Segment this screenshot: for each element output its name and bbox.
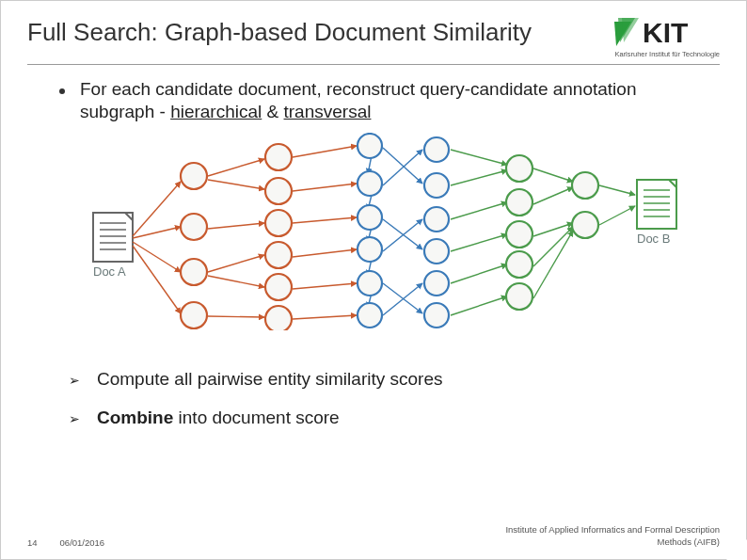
svg-line-28 [293,315,357,319]
footer-institute: Institute of Applied Informatics and For… [505,524,720,548]
content-area: For each candidate document, reconstruct… [27,78,720,429]
svg-line-42 [451,202,507,219]
svg-line-17 [208,159,264,176]
graph-diagram: Doc A Doc B [84,133,686,330]
kit-subtitle: Karlsruher Institut für Technologie [614,50,720,58]
svg-line-45 [451,296,507,315]
sub-bullet-1-text: Compute all pairwise entity similarity s… [97,368,710,391]
edges-green [451,150,635,315]
svg-point-53 [181,163,207,189]
svg-line-16 [133,246,181,313]
svg-point-78 [506,251,532,278]
arrow-bullet-icon: ➢ [69,411,80,428]
svg-line-27 [293,283,357,289]
svg-rect-1 [93,213,133,262]
footer-date: 06/01/2016 [60,537,105,548]
svg-point-65 [358,205,382,230]
svg-point-58 [265,178,292,204]
doc-b-label: Doc B [637,232,670,246]
svg-line-19 [208,223,264,229]
doc-a-label: Doc A [93,264,126,279]
svg-point-60 [265,242,292,268]
svg-point-74 [424,303,449,328]
sub-bullet-list: ➢ Compute all pairwise entity similarity… [59,368,710,430]
svg-line-48 [533,223,573,236]
svg-line-26 [293,249,357,257]
footer: 14 06/01/2016 Institute of Applied Infor… [27,524,720,548]
svg-point-79 [506,283,532,310]
page-number: 14 [27,537,38,548]
svg-line-25 [293,217,357,223]
svg-line-46 [533,168,573,182]
svg-point-77 [506,221,532,248]
svg-point-81 [572,212,598,238]
institute-line-1: Institute of Applied Informatics and For… [505,524,720,535]
svg-point-63 [358,134,382,158]
svg-line-49 [533,227,573,266]
svg-point-80 [572,172,598,199]
svg-line-51 [599,185,635,195]
svg-line-44 [451,264,507,283]
arrow-bullet-icon: ➢ [69,373,80,390]
doc-b-icon [637,180,676,229]
bullet-dot-icon [59,88,65,94]
svg-line-40 [451,150,507,165]
sub-bullet-2-rest: into document score [173,408,339,427]
edges-orange [133,146,357,319]
svg-point-54 [181,214,207,240]
main-bullet-text: For each candidate document, reconstruct… [80,78,710,123]
header-row: Full Search: Graph-based Document Simila… [27,18,720,58]
bullet-amp: & [262,102,283,121]
svg-point-62 [265,306,292,330]
nodes [181,134,598,330]
slide-frame: Full Search: Graph-based Document Simila… [0,0,747,560]
svg-line-34 [383,148,422,184]
sub-bullet-2: ➢ Combine into document score [69,407,710,429]
sub-bullet-1: ➢ Compute all pairwise entity similarity… [69,368,710,391]
bullet-underline-2: transversal [284,102,372,121]
divider [27,64,720,65]
sub-bullet-2-bold: Combine [97,408,173,427]
svg-point-71 [424,207,449,232]
corner-cut [726,539,747,560]
main-bullet: For each candidate document, reconstruct… [59,78,710,123]
svg-line-24 [293,184,357,191]
svg-line-21 [208,276,264,287]
svg-line-20 [208,255,264,272]
svg-point-70 [424,173,449,198]
svg-line-43 [451,234,507,251]
svg-line-35 [383,150,422,185]
svg-point-61 [265,274,292,300]
slide-title: Full Search: Graph-based Document Simila… [27,18,532,47]
svg-text:KIT: KIT [643,18,688,48]
svg-line-41 [451,170,507,185]
sub-bullet-2-text: Combine into document score [97,407,710,429]
kit-logo: KIT Karlsruher Institut für Technologie [614,18,720,58]
svg-point-66 [358,237,382,262]
svg-point-64 [358,171,382,196]
svg-point-68 [358,303,382,328]
doc-a-icon [93,213,133,262]
svg-line-50 [533,231,573,298]
footer-left: 14 06/01/2016 [27,537,104,548]
svg-rect-7 [637,180,676,229]
svg-point-69 [424,137,449,162]
svg-point-73 [424,271,449,296]
svg-point-76 [506,189,532,216]
svg-point-75 [506,155,532,182]
bullet-underline-1: hierarchical [170,102,262,121]
svg-line-47 [533,187,573,204]
kit-logo-svg: KIT [614,18,718,48]
svg-line-22 [208,316,264,317]
graph-svg: Doc A Doc B [84,133,686,330]
svg-point-67 [358,271,382,296]
svg-point-57 [265,144,292,170]
institute-line-2: Methods (AIFB) [657,536,720,547]
svg-line-52 [599,206,635,225]
svg-line-23 [293,146,357,157]
svg-point-56 [181,302,207,328]
svg-point-55 [181,259,207,285]
svg-point-72 [424,239,449,264]
svg-line-18 [208,180,264,189]
svg-point-59 [265,210,292,236]
